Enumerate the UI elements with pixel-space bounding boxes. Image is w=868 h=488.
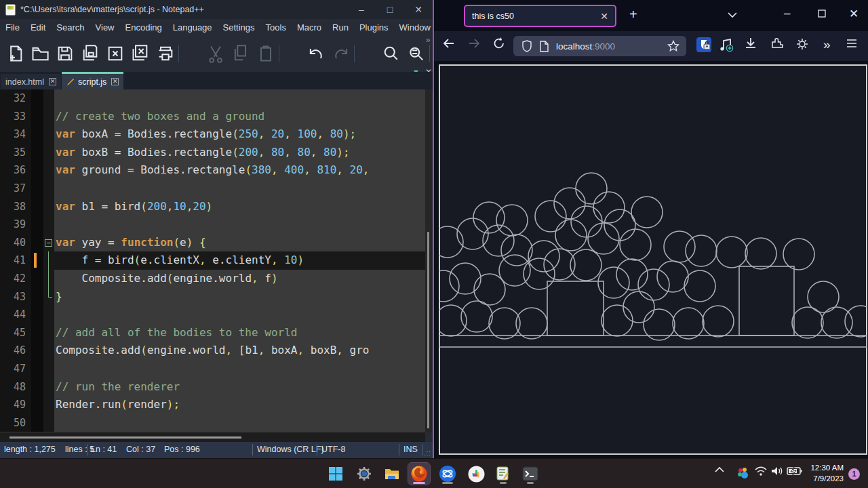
undo-icon[interactable] <box>307 44 326 63</box>
find-icon[interactable] <box>382 44 401 63</box>
fold-margin[interactable] <box>43 324 54 342</box>
taskbar-file-explorer[interactable] <box>381 463 403 485</box>
physics-canvas[interactable] <box>434 61 868 458</box>
list-tabs-chevron-icon[interactable] <box>727 11 738 19</box>
fold-margin[interactable] <box>43 288 54 306</box>
code-line-41[interactable]: 41 f = bird(e.clientX, e.clientY, 10) <box>0 251 425 270</box>
code-line-36[interactable]: 36var ground = Bodies.rectangle(380, 400… <box>0 161 425 180</box>
taskbar-blue-app[interactable] <box>437 463 458 485</box>
code-line-48[interactable]: 48// run the renderer <box>0 378 425 396</box>
code-line-38[interactable]: 38var b1 = bird(200,10,20) <box>0 198 425 216</box>
ff-minimize-button[interactable]: – <box>784 7 790 20</box>
fold-margin[interactable] <box>43 198 54 216</box>
fold-margin[interactable] <box>43 414 54 432</box>
menu-edit[interactable]: Edit <box>25 22 51 33</box>
resize-grip[interactable]: .:: <box>424 449 431 457</box>
menu-language[interactable]: Language <box>167 22 218 33</box>
toolbar-overflow-icon[interactable]: » <box>426 35 431 45</box>
tab-close-icon[interactable]: ✕ <box>111 78 119 85</box>
npp-close-button[interactable]: ✕ <box>404 0 433 19</box>
taskbar-firefox[interactable] <box>408 463 430 485</box>
fold-margin[interactable] <box>43 144 54 162</box>
menu-view[interactable]: View <box>90 22 120 33</box>
code-line-40[interactable]: 40−var yay = function(e) { <box>0 234 425 252</box>
tab-script-js[interactable]: script.js ✕ <box>62 72 123 89</box>
tab-index-html[interactable]: index.html ✕ <box>1 74 61 89</box>
new-tab-button[interactable]: + <box>629 7 637 22</box>
taskbar-settings[interactable] <box>353 463 375 485</box>
start-button[interactable] <box>325 463 347 485</box>
forward-button[interactable] <box>467 37 486 56</box>
ff-maximize-button[interactable] <box>818 9 826 18</box>
app-menu-hamburger-icon[interactable] <box>845 37 864 56</box>
taskbar-clock[interactable]: 12:30 AM 7/9/2023 <box>810 462 844 484</box>
wifi-icon[interactable] <box>754 466 770 482</box>
battery-charging-icon[interactable] <box>787 466 803 482</box>
menu-settings[interactable]: Settings <box>218 22 260 33</box>
npp-minimize-button[interactable]: – <box>347 0 376 19</box>
menu-encoding[interactable]: Encoding <box>120 22 167 33</box>
fold-collapse-icon[interactable]: − <box>45 239 52 247</box>
close-doc-icon[interactable] <box>106 44 125 63</box>
reload-button[interactable] <box>492 37 511 56</box>
menu-tools[interactable]: Tools <box>260 22 292 33</box>
fold-margin[interactable] <box>43 360 54 378</box>
browser-tab[interactable]: this is cs50 ✕ <box>464 5 616 27</box>
fold-margin[interactable] <box>43 125 54 144</box>
media-downloader-extension-icon[interactable] <box>718 37 737 56</box>
volume-icon[interactable] <box>770 466 787 482</box>
menu-run[interactable]: Run <box>327 22 354 33</box>
code-line-49[interactable]: 49Render.run(render); <box>0 396 425 414</box>
code-line-39[interactable]: 39 <box>0 216 425 234</box>
fold-margin[interactable] <box>43 251 54 270</box>
code-line-32[interactable]: 32 <box>0 89 425 108</box>
url-bar[interactable]: localhost:9000 <box>513 36 686 56</box>
fold-margin[interactable] <box>43 108 54 126</box>
fold-margin[interactable] <box>43 180 54 198</box>
save-icon[interactable] <box>56 44 75 63</box>
menu-plugins[interactable]: Plugins <box>354 22 394 33</box>
fold-margin[interactable] <box>43 342 54 360</box>
code-line-35[interactable]: 35var boxB = Bodies.rectangle(200, 80, 8… <box>0 144 425 162</box>
code-line-43[interactable]: 43} <box>0 288 425 306</box>
new-file-icon[interactable] <box>5 44 24 63</box>
code-line-34[interactable]: 34var boxA = Bodies.rectangle(250, 20, 1… <box>0 125 425 144</box>
fold-margin[interactable] <box>43 161 54 180</box>
toolbar-overflow-icon[interactable]: » <box>823 37 831 52</box>
tab-close-icon[interactable]: ✕ <box>49 78 56 85</box>
code-editor[interactable]: 3233// create two boxes and a ground34va… <box>0 89 425 432</box>
shield-icon[interactable] <box>521 40 532 52</box>
fold-margin[interactable] <box>43 216 54 234</box>
tray-chevron-up-icon[interactable] <box>714 466 730 482</box>
print-icon[interactable] <box>156 44 175 63</box>
notification-count-badge[interactable]: 1 <box>848 468 860 480</box>
browser-viewport[interactable] <box>434 61 868 458</box>
code-line-37[interactable]: 37 <box>0 180 425 198</box>
code-line-33[interactable]: 33// create two boxes and a ground <box>0 108 425 126</box>
bookmark-star-icon[interactable] <box>667 40 679 52</box>
menu-file[interactable]: File <box>0 22 25 33</box>
menu-window[interactable]: Window <box>394 22 436 33</box>
code-line-50[interactable]: 50 <box>0 414 425 432</box>
open-folder-icon[interactable] <box>31 44 50 63</box>
code-line-45[interactable]: 45// add all of the bodies to the world <box>0 324 425 342</box>
fold-margin[interactable] <box>43 306 54 324</box>
taskbar-notepadpp[interactable] <box>492 463 514 485</box>
menu-search[interactable]: Search <box>51 22 90 33</box>
editor-vertical-scrollbar[interactable] <box>425 89 432 432</box>
code-line-44[interactable]: 44 <box>0 306 425 324</box>
extensions-puzzle-icon[interactable] <box>770 37 789 56</box>
ff-close-button[interactable]: ✕ <box>849 7 859 21</box>
fold-margin[interactable] <box>43 396 54 414</box>
settings-gear-icon[interactable] <box>795 37 814 56</box>
downloads-icon[interactable] <box>744 37 763 56</box>
taskbar-slack[interactable] <box>465 463 487 485</box>
replace-icon[interactable] <box>407 44 426 63</box>
tray-app-icon[interactable] <box>735 466 751 482</box>
password-manager-extension-icon[interactable] <box>696 37 715 56</box>
fold-margin[interactable] <box>43 89 54 108</box>
fold-margin[interactable] <box>43 270 54 288</box>
fold-margin[interactable] <box>43 378 54 396</box>
editor-horizontal-scrollbar[interactable] <box>0 432 425 442</box>
close-all-icon[interactable] <box>131 44 150 63</box>
